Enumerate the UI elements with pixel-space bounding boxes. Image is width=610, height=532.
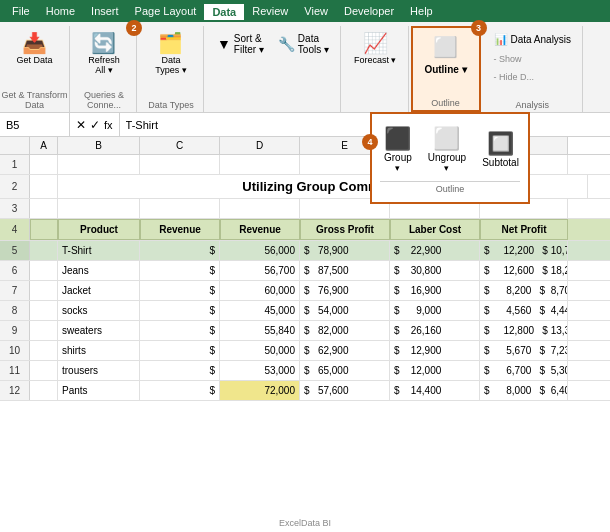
cell-10e[interactable]: $ 62,900 bbox=[300, 341, 390, 360]
menu-review[interactable]: Review bbox=[244, 3, 296, 19]
cell-8c[interactable]: $ bbox=[140, 301, 220, 320]
cell-5e[interactable]: $ 78,900 bbox=[300, 241, 390, 260]
cell-8d[interactable]: 45,000 bbox=[220, 301, 300, 320]
cell-7c[interactable]: $ bbox=[140, 281, 220, 300]
get-data-button[interactable]: 📥 Get Data bbox=[11, 30, 57, 68]
cell-10f[interactable]: $ 12,900 bbox=[390, 341, 480, 360]
cell-12e[interactable]: $ 57,600 bbox=[300, 381, 390, 400]
cell-6b[interactable]: Jeans bbox=[58, 261, 140, 280]
cell-10c[interactable]: $ bbox=[140, 341, 220, 360]
menu-developer[interactable]: Developer bbox=[336, 3, 402, 19]
cell-3b[interactable] bbox=[58, 199, 140, 218]
cell-9d[interactable]: 55,840 bbox=[220, 321, 300, 340]
cell-11b[interactable]: trousers bbox=[58, 361, 140, 380]
cell-4b-product[interactable]: Product bbox=[58, 219, 140, 240]
cell-7b[interactable]: Jacket bbox=[58, 281, 140, 300]
hide-detail-button[interactable]: - Hide D... bbox=[489, 69, 577, 85]
cell-2a[interactable] bbox=[30, 175, 58, 198]
cell-7d[interactable]: 60,000 bbox=[220, 281, 300, 300]
cell-11c[interactable]: $ bbox=[140, 361, 220, 380]
formula-input[interactable] bbox=[120, 113, 610, 136]
cell-4f-labor[interactable]: Laber Cost bbox=[390, 219, 480, 240]
cell-5d[interactable]: 56,000 bbox=[220, 241, 300, 260]
cell-9f[interactable]: $ 26,160 bbox=[390, 321, 480, 340]
group-popup-button[interactable]: ⬛ Group ▾ bbox=[380, 122, 416, 177]
data-analysis-button[interactable]: 📊 Data Analysis bbox=[489, 30, 577, 49]
cell-8f[interactable]: $ 9,000 bbox=[390, 301, 480, 320]
cell-6g[interactable]: $ 12,600 $ 18,200 bbox=[480, 261, 568, 280]
cell-5g[interactable]: $ 12,200 $ 10,700 bbox=[480, 241, 568, 260]
cell-7e[interactable]: $ 76,900 bbox=[300, 281, 390, 300]
refresh-all-button[interactable]: 🔄 RefreshAll ▾ bbox=[83, 30, 125, 78]
cell-4e-gross[interactable]: Gross Profit bbox=[300, 219, 390, 240]
cell-4d-revenue[interactable]: Revenue bbox=[220, 219, 300, 240]
cell-11g[interactable]: $ 6,700 $ 5,300 bbox=[480, 361, 568, 380]
confirm-formula-icon[interactable]: ✓ bbox=[88, 118, 102, 132]
cell-12d[interactable]: 72,000 bbox=[220, 381, 300, 400]
cell-4g-netprofit[interactable]: Net Profit bbox=[480, 219, 568, 240]
cell-7a[interactable] bbox=[30, 281, 58, 300]
cell-8g[interactable]: $ 4,560 $ 4,440 bbox=[480, 301, 568, 320]
cell-1d[interactable] bbox=[220, 155, 300, 174]
cell-11a[interactable] bbox=[30, 361, 58, 380]
cell-9e[interactable]: $ 82,000 bbox=[300, 321, 390, 340]
cell-8a[interactable] bbox=[30, 301, 58, 320]
insert-function-icon[interactable]: fx bbox=[102, 119, 115, 131]
cell-7f[interactable]: $ 16,900 bbox=[390, 281, 480, 300]
cell-3d[interactable] bbox=[220, 199, 300, 218]
sort-filter-button[interactable]: ▼ Sort &Filter ▾ bbox=[212, 30, 269, 58]
menu-insert[interactable]: Insert bbox=[83, 3, 127, 19]
cell-5b[interactable]: T-Shirt bbox=[58, 241, 140, 260]
data-tools-button[interactable]: 🔧 DataTools ▾ bbox=[273, 30, 334, 58]
subtotal-popup-button[interactable]: 🔲 Subtotal bbox=[478, 127, 523, 172]
cell-8b[interactable]: socks bbox=[58, 301, 140, 320]
menu-view[interactable]: View bbox=[296, 3, 336, 19]
cell-11d[interactable]: 53,000 bbox=[220, 361, 300, 380]
ungroup-popup-button[interactable]: ⬜ Ungroup ▾ bbox=[424, 122, 470, 177]
show-button[interactable]: - Show bbox=[489, 51, 577, 67]
forecast-button[interactable]: 📈 Forecast ▾ bbox=[349, 30, 402, 68]
menu-help[interactable]: Help bbox=[402, 3, 441, 19]
cell-5a[interactable] bbox=[30, 241, 58, 260]
data-types-button[interactable]: 🗂️ DataTypes ▾ bbox=[150, 30, 192, 78]
cell-4a[interactable] bbox=[30, 219, 58, 240]
cell-1a[interactable] bbox=[30, 155, 58, 174]
cell-1c[interactable] bbox=[140, 155, 220, 174]
cell-10b[interactable]: shirts bbox=[58, 341, 140, 360]
cell-12b[interactable]: Pants bbox=[58, 381, 140, 400]
cell-12a[interactable] bbox=[30, 381, 58, 400]
cell-8e[interactable]: $ 54,000 bbox=[300, 301, 390, 320]
outline-button[interactable]: ⬜ bbox=[425, 32, 465, 62]
cell-9g[interactable]: $ 12,800 $ 13,360 bbox=[480, 321, 568, 340]
menu-file[interactable]: File bbox=[4, 3, 38, 19]
group-arrow: ▾ bbox=[395, 163, 400, 173]
cell-reference[interactable]: B5 bbox=[0, 113, 70, 136]
cell-9b[interactable]: sweaters bbox=[58, 321, 140, 340]
cell-6c[interactable]: $ bbox=[140, 261, 220, 280]
menu-data[interactable]: Data bbox=[204, 2, 244, 20]
cancel-formula-icon[interactable]: ✕ bbox=[74, 118, 88, 132]
menu-home[interactable]: Home bbox=[38, 3, 83, 19]
cell-12g[interactable]: $ 8,000 $ 6,400 bbox=[480, 381, 568, 400]
cell-6e[interactable]: $ 87,500 bbox=[300, 261, 390, 280]
cell-11f[interactable]: $ 12,000 bbox=[390, 361, 480, 380]
cell-5f[interactable]: $ 22,900 bbox=[390, 241, 480, 260]
cell-6a[interactable]: 1 bbox=[30, 261, 58, 280]
cell-11e[interactable]: $ 65,000 bbox=[300, 361, 390, 380]
cell-10a[interactable] bbox=[30, 341, 58, 360]
cell-10g[interactable]: $ 5,670 $ 7,230 bbox=[480, 341, 568, 360]
cell-7g[interactable]: $ 8,200 $ 8,700 bbox=[480, 281, 568, 300]
cell-6d[interactable]: 56,700 bbox=[220, 261, 300, 280]
cell-9c[interactable]: $ bbox=[140, 321, 220, 340]
cell-5c[interactable]: $ bbox=[140, 241, 220, 260]
cell-10d[interactable]: 50,000 bbox=[220, 341, 300, 360]
cell-4c-revenue[interactable]: Revenue bbox=[140, 219, 220, 240]
cell-3c[interactable] bbox=[140, 199, 220, 218]
cell-12c[interactable]: $ bbox=[140, 381, 220, 400]
menu-pagelayout[interactable]: Page Layout bbox=[127, 3, 205, 19]
cell-9a[interactable] bbox=[30, 321, 58, 340]
cell-1b[interactable] bbox=[58, 155, 140, 174]
cell-12f[interactable]: $ 14,400 bbox=[390, 381, 480, 400]
cell-3a[interactable] bbox=[30, 199, 58, 218]
cell-6f[interactable]: $ 30,800 bbox=[390, 261, 480, 280]
